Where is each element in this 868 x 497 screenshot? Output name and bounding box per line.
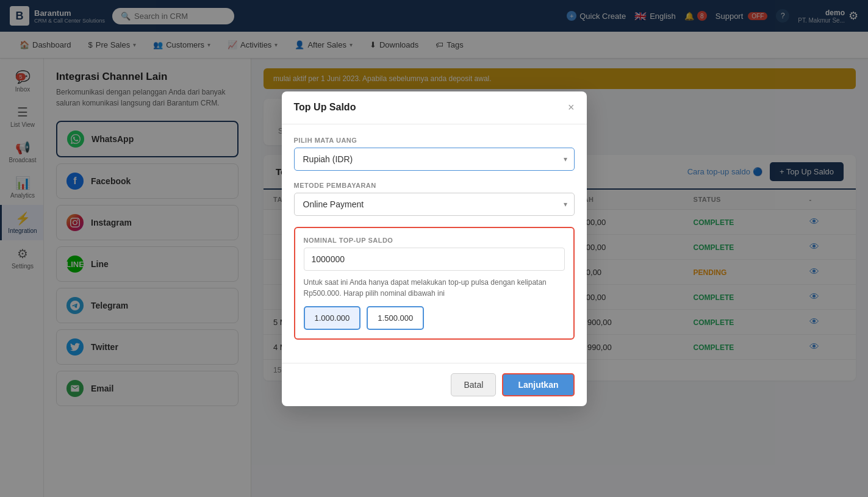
nominal-group: NOMINAL TOP-UP SALDO Untuk saat ini Anda…	[294, 227, 575, 340]
currency-select[interactable]: Rupiah (IDR) USD EUR	[294, 148, 575, 171]
topup-modal: Top Up Saldo × PILIH MATA UANG Rupiah (I…	[282, 91, 587, 406]
continue-button[interactable]: Lanjutkan	[502, 373, 574, 396]
modal-body: PILIH MATA UANG Rupiah (IDR) USD EUR ▾ M…	[282, 124, 587, 363]
nominal-option-1500000[interactable]: 1.500.000	[367, 306, 424, 330]
payment-group: METODE PEMBAYARAN Online Payment Bank Tr…	[294, 182, 575, 216]
nominal-box: NOMINAL TOP-UP SALDO Untuk saat ini Anda…	[294, 227, 575, 340]
modal-header: Top Up Saldo ×	[282, 91, 587, 124]
nominal-label: NOMINAL TOP-UP SALDO	[304, 237, 565, 244]
nominal-input[interactable]	[304, 248, 565, 271]
currency-select-wrapper: Rupiah (IDR) USD EUR ▾	[294, 148, 575, 171]
payment-select-wrapper: Online Payment Bank Transfer ▾	[294, 193, 575, 216]
payment-label: METODE PEMBAYARAN	[294, 182, 575, 189]
cancel-button[interactable]: Batal	[451, 373, 496, 396]
modal-footer: Batal Lanjutkan	[282, 363, 587, 406]
nominal-options: 1.000.000 1.500.000	[304, 306, 565, 330]
modal-close-button[interactable]: ×	[568, 101, 575, 114]
nominal-hint: Untuk saat ini Anda hanya dapat melakuka…	[304, 277, 565, 299]
modal-title: Top Up Saldo	[294, 102, 356, 113]
currency-label: PILIH MATA UANG	[294, 137, 575, 144]
modal-overlay[interactable]: Top Up Saldo × PILIH MATA UANG Rupiah (I…	[0, 0, 868, 497]
payment-select[interactable]: Online Payment Bank Transfer	[294, 193, 575, 216]
currency-group: PILIH MATA UANG Rupiah (IDR) USD EUR ▾	[294, 137, 575, 171]
nominal-option-1000000[interactable]: 1.000.000	[304, 306, 361, 330]
